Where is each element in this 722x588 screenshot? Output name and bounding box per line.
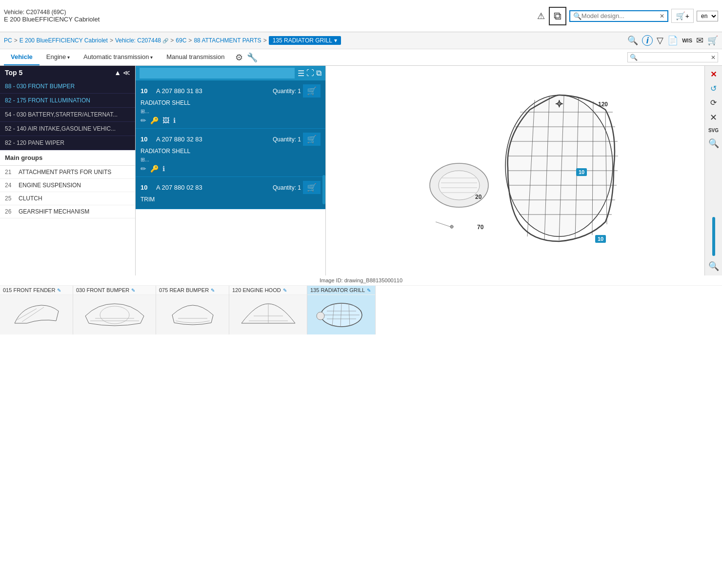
warning-icon[interactable]: ⚠ [536,10,546,22]
part-pos-3: 10 [140,184,152,191]
close-diagram-btn[interactable]: ✕ [706,68,722,81]
top5-close-btn[interactable]: ≪ [123,69,130,77]
mail-icon[interactable]: ✉ [696,35,703,46]
part-pos-1: 10 [140,87,152,95]
info-icon-2[interactable]: ℹ [162,165,165,173]
info-icon[interactable]: i [642,35,653,46]
info-icon-1[interactable]: ℹ [173,117,176,124]
clear-search-icon[interactable]: ✕ [660,13,664,20]
breadcrumb: PC > E 200 BlueEFFICIENCY Cabriolet > Ve… [0,32,722,49]
edit-icon-1[interactable]: ✏ [140,117,146,124]
thumb-rear-bumper[interactable]: 075 REAR BUMPER ✎ [156,286,229,334]
breadcrumb-vehicle-model[interactable]: E 200 BlueEFFICIENCY Cabriolet [20,37,108,44]
parts-search-input[interactable] [140,68,295,78]
top5-item-2[interactable]: 82 - 175 FRONT ILLUMINATION [0,94,135,108]
copy-icon[interactable]: ⧉ [549,7,566,25]
svg-point-33 [100,306,129,324]
crosshair-btn[interactable]: ✕ [706,110,722,125]
part-grid-1: ⊞... [140,108,321,115]
part-number-3: A 207 880 02 83 [156,184,269,191]
language-select[interactable]: en de [697,11,718,21]
part-name-1: RADIATOR SHELL [140,99,321,106]
svg-btn[interactable]: SVG [706,126,722,135]
key-icon-2[interactable]: 🔑 [150,165,159,173]
add-to-cart-button[interactable]: 🛒+ [671,9,694,23]
top5-item-5[interactable]: 82 - 120 PANE WIPER [0,136,135,150]
tab-search-icon: 🔍 [630,54,638,61]
zoom-in-icon[interactable]: 🔍 [627,35,638,46]
part-actions-1: ✏ 🔑 🖼 ℹ [140,117,321,124]
refresh-icon-btn[interactable]: ↺ [706,82,722,95]
top5-header: Top 5 ▲ ≪ [0,66,135,79]
thumb-edit-icon-2[interactable]: ✎ [131,288,135,293]
thumb-edit-icon-1[interactable]: ✎ [57,288,61,293]
breadcrumb-current[interactable]: 135 RADIATOR GRILL ▾ [269,36,341,45]
parts-scrollbar [136,273,325,275]
tab-manual-transmission[interactable]: Manual transmission [160,49,231,65]
group-item-21[interactable]: 21 ATTACHMENT PARTS FOR UNITS [0,166,135,179]
label-20: 20 [475,194,482,200]
thumb-edit-icon-3[interactable]: ✎ [211,288,215,293]
top5-item-3[interactable]: 54 - 030 BATTERY,STARTER/ALTERNAT... [0,108,135,122]
part-item-1: 10 A 207 880 31 83 Quantity: 1 🛒 RADIATO… [136,80,325,129]
close-parts-btn[interactable]: ⧉ [316,69,321,78]
group-item-25[interactable]: 25 CLUTCH [0,192,135,205]
part-qty-2: Quantity: 1 🛒 [273,133,321,146]
thumb-engine-hood[interactable]: 120 ENGINE HOOD ✎ [229,286,307,334]
filter-icon[interactable]: ▽ [657,35,663,46]
model-search-input[interactable] [582,12,660,20]
tab-vehicle[interactable]: Vehicle [4,49,40,65]
thumb-front-bumper[interactable]: 030 FRONT BUMPER ✎ [73,286,156,334]
part-number-2: A 207 880 32 83 [156,136,269,143]
add-to-cart-btn-3[interactable]: 🛒 [303,181,321,194]
part-pos-2: 10 [140,136,152,143]
svg-line-26 [436,222,450,227]
cart-icon[interactable]: 🛒 [707,35,718,46]
breadcrumb-pc[interactable]: PC [4,37,12,44]
svg-text:✦: ✦ [555,98,563,109]
dropdown-icon: ▾ [334,37,337,44]
tab-automatic-transmission[interactable]: Automatic transmission [77,49,160,65]
tab-search-clear[interactable]: ✕ [711,54,716,61]
zoom-in-btn[interactable]: 🔍 [706,136,722,151]
document-icon[interactable]: 📄 [667,35,678,46]
tab-engine[interactable]: Engine [40,49,77,65]
zoom-out-btn[interactable]: 🔍 [706,259,722,274]
history-btn[interactable]: ⟳ [706,96,722,109]
tab-extra-icons: ⚙ 🔧 [235,52,258,63]
breadcrumb-69c[interactable]: 69C [176,37,186,44]
thumb-front-fender[interactable]: 015 FRONT FENDER ✎ [0,286,73,334]
thumb-radiator-grill[interactable]: 135 RADIATOR GRILL ✎ [307,286,376,334]
part-qty-1: Quantity: 1 🛒 [273,84,321,98]
settings-icon-1[interactable]: ⚙ [235,52,243,63]
edit-icon-2[interactable]: ✏ [140,165,146,173]
svg-text:10: 10 [598,236,603,242]
group-item-24[interactable]: 24 ENGINE SUSPENSION [0,179,135,192]
vehicle-id: Vehicle: C207448 (69C) [4,9,100,16]
expand-view-btn[interactable]: ⛶ [306,69,314,78]
thumb-edit-icon-5[interactable]: ✎ [367,288,371,293]
sidebar: Top 5 ▲ ≪ 88 - 030 FRONT BUMPER 82 - 175… [0,66,136,275]
scrollbar-thumb[interactable] [322,175,325,204]
vehicle-name: E 200 BlueEFFICIENCY Cabriolet [4,16,100,23]
breadcrumb-vehicle-id[interactable]: Vehicle: C207448 🔗 [115,37,168,44]
group-item-26[interactable]: 26 GEARSHIFT MECHANISM [0,205,135,218]
thumb-edit-icon-4[interactable]: ✎ [283,288,287,293]
main-groups-header: Main groups [0,150,135,166]
settings-icon-2[interactable]: 🔧 [247,52,258,63]
image-icon-1[interactable]: 🖼 [162,117,169,124]
tab-search-input[interactable] [638,54,711,61]
diagram-scroll-indicator[interactable] [712,217,715,256]
top5-item-1[interactable]: 88 - 030 FRONT BUMPER [0,79,135,94]
key-icon-1[interactable]: 🔑 [150,117,159,124]
parts-panel-header: ☰ ⛶ ⧉ [136,66,325,80]
top5-item-4[interactable]: 52 - 140 AIR INTAKE,GASOLINE VEHIC... [0,122,135,136]
list-view-btn[interactable]: ☰ [298,69,304,78]
add-to-cart-btn-1[interactable]: 🛒 [303,84,321,98]
wis-icon[interactable]: WIS [682,38,692,43]
search-icon: 🔍 [573,12,582,20]
add-to-cart-btn-2[interactable]: 🛒 [303,133,321,146]
breadcrumb-attachment-parts[interactable]: 88 ATTACHMENT PARTS [194,37,261,44]
top5-collapse-btn[interactable]: ▲ [114,69,121,77]
diagram-svg: ✦ 120 20 [403,73,627,268]
